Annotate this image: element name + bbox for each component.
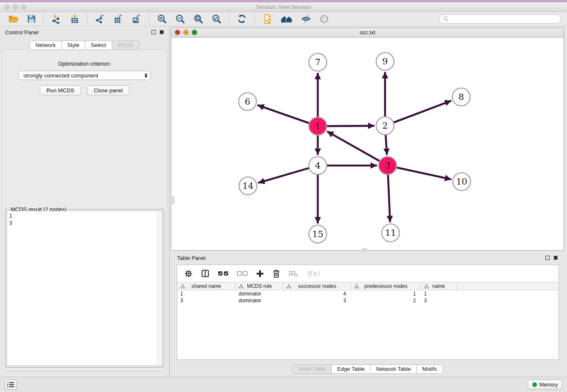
zoom-selected-button[interactable] — [210, 13, 223, 25]
tab-network[interactable]: Network — [30, 41, 62, 50]
result-scrollbar[interactable] — [157, 211, 162, 365]
refresh-layout-button[interactable] — [235, 13, 248, 25]
show-panels-button[interactable] — [5, 380, 17, 390]
add-column-button[interactable] — [256, 270, 264, 278]
network-canvas[interactable]: 7968124314101511 — [171, 38, 564, 250]
split-view-button[interactable] — [201, 269, 209, 278]
select-all-button[interactable] — [218, 271, 228, 276]
table-panel-header: Table Panel ✖ — [171, 252, 564, 264]
optimization-criterion-label: Optimization criterion: — [3, 61, 167, 67]
network-minimize-button[interactable]: – — [183, 30, 189, 35]
export-image-button[interactable] — [130, 13, 143, 25]
birds-eye-icon — [319, 14, 329, 24]
splitter-handle[interactable] — [363, 248, 367, 251]
refresh-icon — [237, 14, 247, 24]
delete-table-button[interactable] — [289, 270, 298, 277]
tab-style[interactable]: Style — [61, 41, 85, 50]
cell-name[interactable]: 1 — [421, 290, 457, 297]
gear-icon — [184, 270, 193, 278]
network-graph[interactable]: 7968124314101511 — [171, 38, 564, 250]
column-header-successor-nodes[interactable]: successor nodes — [284, 282, 351, 290]
import-network-button[interactable] — [50, 13, 63, 25]
zoom-in-button[interactable] — [155, 13, 168, 25]
search-input[interactable] — [451, 16, 557, 22]
graph-edge-1-2[interactable] — [327, 126, 374, 126]
network-window-titlebar[interactable]: ✕ – + scc.txt — [171, 28, 564, 38]
zoom-in-icon — [157, 14, 167, 24]
cell-shared-name[interactable]: 3 — [177, 297, 236, 304]
zoom-out-button[interactable] — [173, 13, 187, 25]
float-panel-icon[interactable] — [545, 256, 550, 260]
open-folder-icon — [8, 14, 19, 23]
graph-edge-3-11[interactable] — [388, 175, 390, 222]
list-icon — [7, 381, 14, 388]
tab-network-table[interactable]: Network Table — [370, 364, 417, 374]
zoom-fit-button[interactable] — [192, 13, 205, 25]
close-panel-icon[interactable]: ✖ — [159, 30, 164, 34]
deselect-all-button[interactable] — [237, 271, 248, 276]
cell-MCDS-role[interactable]: dominator — [236, 297, 284, 304]
graph-node-label-9: 9 — [382, 56, 388, 66]
close-panel-icon[interactable]: ✖ — [553, 256, 558, 260]
graph-node-label-14: 14 — [242, 181, 254, 191]
eye-slash-icon — [301, 14, 311, 24]
open-session-button[interactable] — [7, 14, 20, 24]
memory-label: Memory — [539, 382, 558, 388]
graph-edge-2-3[interactable] — [385, 135, 387, 155]
column-header-shared-name[interactable]: shared name — [177, 282, 236, 290]
column-header-name[interactable]: name — [421, 282, 457, 290]
splitter-handle[interactable] — [171, 196, 174, 204]
toolbar-separator — [149, 14, 149, 25]
control-panel: Control Panel ✖ NetworkStyleSelectMCDS O… — [0, 26, 170, 377]
graph-node-label-10: 10 — [456, 177, 468, 187]
export-table-icon — [113, 14, 123, 24]
criterion-select[interactable]: strongly connected component — [19, 71, 151, 80]
tab-mcds[interactable]: MCDS — [112, 41, 140, 50]
tab-edge-table[interactable]: Edge Table — [331, 364, 371, 374]
graph-edge-3-10[interactable] — [396, 168, 451, 179]
cell-name[interactable]: 3 — [421, 297, 457, 304]
save-icon — [27, 14, 36, 23]
graph-edge-2-8[interactable] — [394, 101, 451, 122]
tab-motifs[interactable]: Motifs — [416, 364, 443, 374]
memory-button[interactable]: Memory — [528, 380, 562, 389]
run-mcds-button[interactable]: Run MCDS — [40, 86, 81, 95]
birds-eye-view-button[interactable] — [318, 14, 330, 25]
table-row[interactable]: 3dominator323 — [177, 297, 559, 304]
graph-edge-1-6[interactable] — [258, 105, 309, 123]
main-toolbar — [0, 12, 567, 26]
graph-node-label-3: 3 — [385, 160, 390, 171]
network-maximize-button[interactable]: + — [192, 30, 197, 35]
cell-shared-name[interactable]: 1 — [177, 290, 236, 297]
toolbar-separator — [87, 14, 88, 25]
delete-column-button[interactable] — [272, 269, 280, 278]
table-row[interactable]: 1dominator411 — [177, 290, 559, 297]
export-network-button[interactable] — [94, 13, 107, 25]
float-panel-icon[interactable] — [151, 30, 156, 34]
cell-predecessor-nodes[interactable]: 2 — [351, 297, 421, 304]
import-table-button[interactable] — [68, 13, 81, 25]
tab-select[interactable]: Select — [85, 41, 112, 50]
tab-node-table[interactable]: Node Table — [292, 364, 332, 374]
cell-predecessor-nodes[interactable]: 1 — [351, 290, 421, 297]
checked-boxes-icon — [218, 271, 228, 276]
window-title: Session: New Session — [0, 4, 567, 10]
home-icon — [281, 14, 293, 24]
column-header-MCDS-role[interactable]: MCDS role — [236, 282, 284, 290]
cell-successor-nodes[interactable]: 4 — [284, 290, 351, 297]
export-table-button[interactable] — [112, 13, 125, 25]
column-header-predecessor-nodes[interactable]: predecessor nodes — [351, 282, 421, 290]
open-session-document-button[interactable] — [261, 13, 274, 25]
graph-edge-4-14[interactable] — [258, 168, 309, 183]
close-panel-button[interactable]: Close panel — [87, 86, 130, 95]
reset-home-button[interactable] — [279, 14, 295, 25]
network-close-button[interactable]: ✕ — [175, 30, 180, 35]
cell-successor-nodes[interactable]: 3 — [284, 297, 351, 304]
hide-panel-button[interactable] — [300, 13, 313, 25]
save-session-button[interactable] — [25, 14, 38, 24]
function-builder-button[interactable]: f(x) — [307, 269, 319, 278]
cell-MCDS-role[interactable]: dominator — [236, 290, 284, 297]
trash-icon — [272, 269, 280, 278]
graph-edge-3-1[interactable] — [327, 131, 380, 161]
table-settings-button[interactable] — [184, 270, 193, 278]
